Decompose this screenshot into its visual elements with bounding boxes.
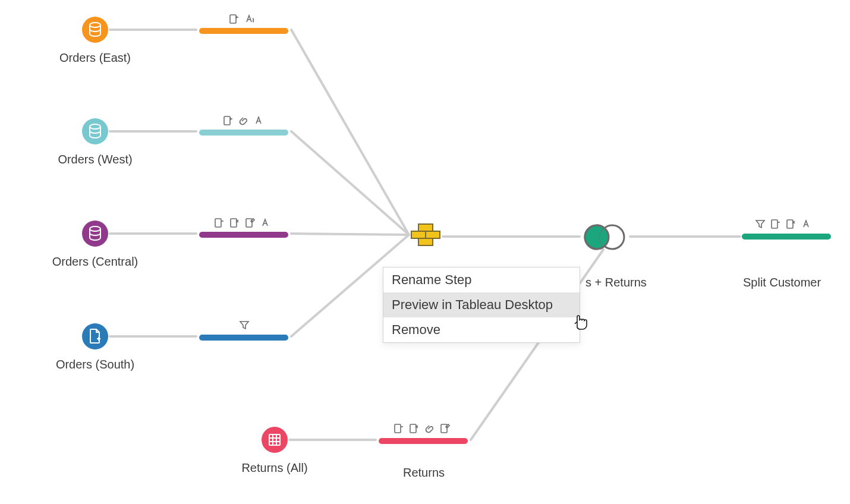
svg-rect-17 xyxy=(269,434,280,445)
svg-rect-31 xyxy=(411,231,426,238)
clean-step-south[interactable] xyxy=(199,335,288,341)
change-icons xyxy=(223,115,265,126)
node-label: Orders (South) xyxy=(56,358,134,371)
node-returns-all[interactable]: Returns (All) xyxy=(239,427,310,475)
database-icon xyxy=(82,17,108,43)
node-orders-south[interactable]: Orders (South) xyxy=(59,323,131,371)
rename-icon xyxy=(244,14,255,24)
svg-line-6 xyxy=(291,131,409,235)
attachment-icon xyxy=(238,115,249,126)
clean-step-west[interactable] xyxy=(199,130,288,136)
node-label: Orders (East) xyxy=(59,51,131,65)
svg-rect-29 xyxy=(441,424,447,433)
edit-icon xyxy=(245,218,256,228)
svg-rect-28 xyxy=(410,424,416,433)
svg-rect-22 xyxy=(230,15,236,23)
svg-point-14 xyxy=(90,226,100,231)
clean-step-east[interactable] xyxy=(199,28,288,34)
merge-icon xyxy=(770,219,781,229)
rename-icon xyxy=(801,219,812,229)
filter-icon xyxy=(755,219,766,229)
node-label: s + Returns xyxy=(585,276,647,289)
node-orders-west[interactable]: Orders (West) xyxy=(59,118,131,166)
node-label: Orders (Central) xyxy=(52,255,138,269)
svg-rect-25 xyxy=(231,219,237,227)
node-label: Split Customer xyxy=(743,276,821,289)
change-icons xyxy=(393,423,451,434)
change-icons xyxy=(755,219,812,229)
node-orders-plus-returns[interactable] xyxy=(581,224,628,253)
svg-line-7 xyxy=(291,234,409,235)
svg-rect-37 xyxy=(772,220,777,228)
remove-column-icon xyxy=(786,219,797,229)
rename-icon xyxy=(254,115,265,126)
clean-step-central[interactable] xyxy=(199,232,288,238)
node-label: Orders (West) xyxy=(58,153,132,166)
context-menu: Rename Step Preview in Tableau Desktop R… xyxy=(383,267,580,343)
svg-rect-30 xyxy=(418,224,433,231)
svg-rect-33 xyxy=(418,238,433,245)
merge-icon xyxy=(393,423,404,434)
merge-icon xyxy=(229,14,240,24)
node-orders-east[interactable]: Orders (East) xyxy=(59,17,131,65)
change-icons xyxy=(229,14,255,24)
merge-icon xyxy=(223,115,234,126)
rename-icon xyxy=(260,218,271,228)
svg-point-12 xyxy=(90,23,100,27)
menu-rename-step[interactable]: Rename Step xyxy=(383,267,580,292)
change-icons xyxy=(239,320,250,330)
svg-rect-24 xyxy=(215,219,221,227)
svg-rect-38 xyxy=(787,220,793,228)
clean-step-split-customer[interactable] xyxy=(742,234,831,240)
change-icons xyxy=(214,218,271,228)
flow-canvas[interactable]: Orders (East) Orders (West) Orders (Cent… xyxy=(0,0,850,504)
remove-column-icon xyxy=(229,218,240,228)
menu-remove[interactable]: Remove xyxy=(383,317,580,342)
svg-rect-27 xyxy=(395,424,401,433)
svg-line-5 xyxy=(291,30,409,235)
attachment-icon xyxy=(424,423,435,434)
edit-icon xyxy=(440,423,451,434)
venn-icon xyxy=(581,224,628,250)
file-plus-icon xyxy=(82,323,108,349)
database-icon xyxy=(82,220,108,247)
menu-preview-in-desktop[interactable]: Preview in Tableau Desktop xyxy=(383,292,580,317)
svg-point-13 xyxy=(90,124,100,129)
node-union-all-orders[interactable] xyxy=(410,223,443,250)
merge-icon xyxy=(214,218,225,228)
svg-rect-26 xyxy=(246,219,252,227)
database-icon xyxy=(82,118,108,144)
grid-icon xyxy=(262,427,288,453)
clean-step-returns[interactable] xyxy=(379,438,468,444)
node-label: Returns xyxy=(403,466,445,480)
node-label: Returns (All) xyxy=(241,461,307,475)
union-icon xyxy=(410,223,443,248)
svg-rect-23 xyxy=(224,116,230,125)
svg-rect-32 xyxy=(426,231,440,238)
remove-column-icon xyxy=(409,423,420,434)
filter-icon xyxy=(239,320,250,330)
node-orders-central[interactable]: Orders (Central) xyxy=(59,220,131,269)
